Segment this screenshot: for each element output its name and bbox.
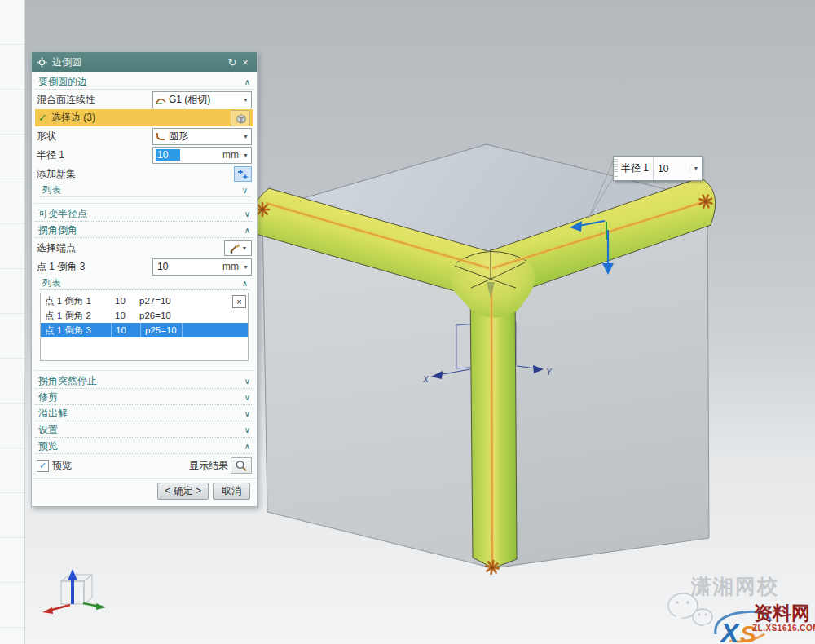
trim-label: 修剪: [38, 390, 58, 404]
group-header-trim[interactable]: 修剪 ∨: [35, 390, 253, 405]
add-new-set-row: 添加新集: [37, 165, 252, 183]
select-edge-label: 选择边 (3): [51, 111, 231, 125]
setback-list[interactable]: 点 1 倒角 1 10 p27=10 点 1 倒角 2 10 p26=10 点 …: [40, 293, 249, 361]
shape-value: 圆形: [169, 130, 240, 143]
group-header-overflow[interactable]: 溢出解 ∨: [35, 406, 253, 421]
chevron-up-icon[interactable]: ∧: [244, 223, 250, 237]
point-setback-unit: mm: [222, 261, 243, 272]
point-setback-input[interactable]: 10 mm ▼: [152, 258, 252, 276]
group-header-settings[interactable]: 设置 ∨: [35, 422, 253, 438]
list-item[interactable]: 点 1 倒角 1 10 p27=10: [41, 293, 248, 308]
chevron-down-icon[interactable]: ∨: [244, 423, 250, 437]
group-header-stop-short[interactable]: 拐角突然停止 ∨: [35, 373, 253, 389]
variable-radius-label: 可变半径点: [38, 207, 87, 221]
reset-button[interactable]: ↻: [226, 56, 239, 68]
selection-filter-button[interactable]: [231, 110, 250, 126]
watermark-url: ZL.XS1616.COM: [752, 624, 815, 633]
ok-button[interactable]: < 确定 >: [157, 483, 209, 500]
dialog-title: 边倒圆: [52, 55, 226, 69]
list-item-name: 点 1 倒角 2: [45, 310, 115, 322]
chevron-down-icon[interactable]: ▼: [243, 134, 249, 139]
chevron-down-icon[interactable]: ∨: [244, 407, 250, 421]
radius-label: 半径 1: [37, 148, 64, 162]
chevron-down-icon[interactable]: ∨: [244, 207, 250, 221]
list-item-value: 10: [112, 323, 141, 337]
tag-radius-value[interactable]: 10: [653, 157, 689, 180]
watermark-brand: 资料网: [754, 601, 810, 626]
chevron-down-icon[interactable]: ▼: [242, 245, 248, 251]
overflow-label: 溢出解: [38, 407, 68, 421]
chevron-down-icon[interactable]: ▼: [689, 165, 702, 171]
list-item-param: p27=10: [139, 296, 171, 306]
dialog-footer: < 确定 > 取消: [32, 478, 257, 506]
list-item-value: 10: [115, 296, 139, 306]
point-setback-value[interactable]: 10: [156, 261, 180, 272]
preview-row: ✓ 预览 显示结果: [37, 456, 252, 475]
continuity-icon: [156, 95, 166, 104]
add-set-icon: [237, 168, 249, 179]
list-item-name: 点 1 倒角 3: [41, 323, 112, 337]
select-edge-row[interactable]: ✓ 选择边 (3): [35, 109, 253, 126]
chevron-up-icon[interactable]: ∧: [244, 75, 250, 89]
show-result-button[interactable]: [231, 457, 252, 474]
group-header-preview[interactable]: 预览 ∧: [35, 439, 253, 454]
onscreen-radius-tag[interactable]: 半径 1 10 ▼: [613, 156, 703, 181]
tag-radius-label: 半径 1: [618, 161, 653, 175]
chevron-down-icon[interactable]: ∨: [244, 374, 250, 388]
group-header-edges-label: 要倒圆的边: [38, 75, 87, 89]
continuity-dropdown[interactable]: G1 (相切) ▼: [152, 91, 252, 108]
edge-blend-dialog: 边倒圆 ↻ × 要倒圆的边 ∧ 混合面连续性 G1 (相切) ▼: [31, 51, 258, 507]
preview-checkbox-label: 预览: [52, 459, 72, 473]
point-setback-row: 点 1 倒角 3 10 mm ▼: [37, 258, 252, 276]
group-separator: [33, 364, 255, 371]
radius-unit: mm: [222, 149, 243, 161]
select-endpoint-button[interactable]: ▼: [224, 240, 252, 256]
close-button[interactable]: ×: [239, 56, 252, 68]
remove-list-item-button[interactable]: ×: [232, 295, 246, 308]
chevron-up-icon[interactable]: ∧: [244, 439, 250, 453]
cube-icon: [235, 112, 247, 124]
continuity-value: G1 (相切): [169, 93, 240, 107]
list-item-param: p25=10: [141, 323, 183, 337]
check-icon: ✓: [38, 112, 47, 124]
setback-list-subheader[interactable]: 列表 ∧: [40, 277, 250, 290]
continuity-row: 混合面连续性 G1 (相切) ▼: [37, 90, 252, 108]
select-endpoint-label: 选择端点: [37, 241, 76, 255]
group-header-corner-setback[interactable]: 拐角倒角 ∧: [35, 223, 253, 238]
list-item-selected[interactable]: 点 1 倒角 3 10 p25=10: [41, 323, 248, 337]
setback-marker-left[interactable]: [256, 203, 269, 216]
show-result-label: 显示结果: [189, 459, 228, 473]
chevron-down-icon[interactable]: ▼: [243, 152, 249, 158]
corner-setback-label: 拐角倒角: [38, 223, 77, 237]
cancel-button[interactable]: 取消: [213, 483, 250, 500]
add-new-set-label: 添加新集: [37, 167, 76, 181]
dialog-titlebar[interactable]: 边倒圆 ↻ ×: [32, 52, 257, 72]
edges-list-subheader[interactable]: 列表 ∨: [40, 184, 250, 197]
point-setback-label: 点 1 倒角 3: [37, 260, 85, 274]
chevron-down-icon[interactable]: ∨: [244, 390, 250, 404]
radius-input[interactable]: 10 mm ▼: [152, 147, 252, 164]
list-item-param: p26=10: [139, 311, 171, 320]
radius-value[interactable]: 10: [156, 149, 180, 161]
shape-row: 形状 圆形 ▼: [37, 127, 252, 145]
setback-list-label: 列表: [42, 277, 61, 289]
chevron-up-icon[interactable]: ∧: [242, 277, 248, 289]
list-item[interactable]: 点 1 倒角 2 10 p26=10: [41, 308, 248, 323]
endpoint-picker-icon: [229, 243, 240, 254]
radius-row: 半径 1 10 mm ▼: [37, 146, 252, 164]
group-header-edges[interactable]: 要倒圆的边 ∧: [35, 74, 253, 90]
preview-checkbox[interactable]: ✓: [37, 460, 49, 472]
chevron-down-icon[interactable]: ∨: [242, 184, 248, 196]
wcs-x-label: X: [422, 375, 429, 384]
chevron-down-icon[interactable]: ▼: [243, 264, 249, 270]
magnifier-icon: [235, 460, 248, 472]
shape-label: 形状: [37, 130, 56, 143]
watermark: 潇湘网校 资料网 ZL.XS1616.COM: [652, 567, 815, 644]
add-new-set-button[interactable]: [234, 166, 252, 182]
list-item-name: 点 1 倒角 1: [45, 295, 115, 307]
shape-dropdown[interactable]: 圆形 ▼: [152, 128, 252, 145]
settings-label: 设置: [38, 423, 58, 437]
chevron-down-icon[interactable]: ▼: [243, 97, 249, 103]
group-header-variable-radius[interactable]: 可变半径点 ∨: [35, 206, 253, 222]
continuity-label: 混合面连续性: [37, 93, 95, 107]
